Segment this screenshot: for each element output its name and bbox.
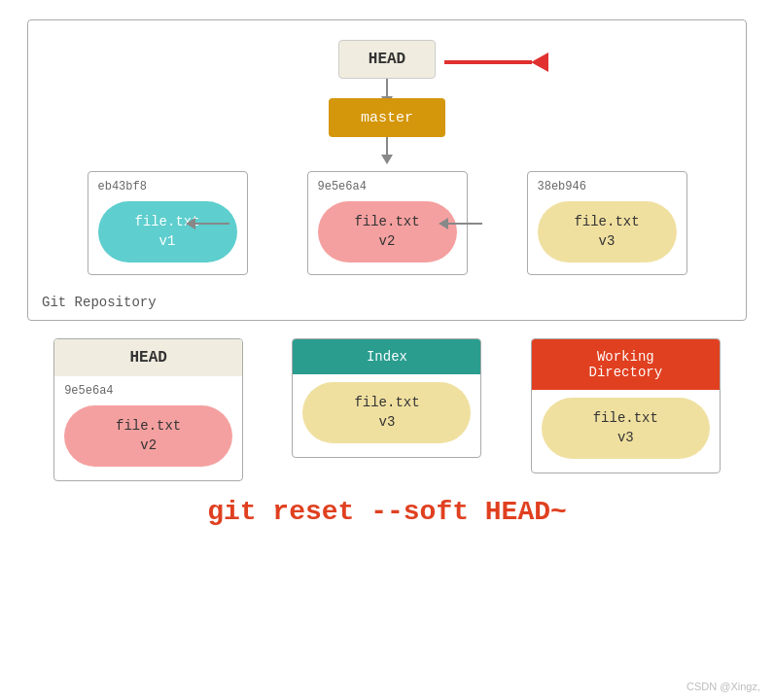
commit-hash-1: eb43bf8: [98, 180, 237, 193]
git-repo-section: HEAD master eb43bf8 file.txtv1: [27, 19, 747, 321]
commit-box-3: 38eb946 file.txtv3: [527, 171, 687, 275]
head-area-body: 9e5e6a4 file.txtv2: [54, 376, 242, 480]
file-blob-1: file.txtv1: [98, 201, 237, 262]
h-line-1-2: [195, 223, 229, 225]
red-arrow: [444, 52, 548, 72]
index-area-header: Index: [293, 339, 480, 374]
working-dir-area-blob: file.txtv3: [542, 398, 710, 459]
master-box: master: [329, 98, 445, 137]
head-area-header: HEAD: [54, 339, 242, 376]
head-box-top: HEAD: [338, 40, 436, 79]
red-arrow-line: [444, 60, 532, 64]
index-area-box: Index file.txtv3: [292, 338, 481, 458]
working-dir-area-box: WorkingDirectory file.txtv3: [531, 338, 721, 473]
commits-row: eb43bf8 file.txtv1 9e5e6a4 file.txtv2 38…: [28, 171, 746, 275]
master-label: master: [361, 110, 413, 126]
red-arrow-head: [531, 52, 548, 72]
working-dir-area-header: WorkingDirectory: [532, 339, 720, 390]
head-area-title: HEAD: [129, 349, 166, 367]
index-area-body: file.txtv3: [293, 374, 480, 457]
index-area-blob: file.txtv3: [302, 382, 471, 443]
working-dir-area-body: file.txtv3: [532, 390, 720, 472]
h-arrow-1-2: [186, 218, 229, 229]
h-line-2-3: [448, 223, 482, 225]
arrowhead-left-1: [186, 218, 195, 229]
working-dir-area-title: WorkingDirectory: [589, 349, 663, 380]
v-arrow-master-commit: [381, 137, 393, 164]
command-text: git reset --soft HEAD~: [19, 497, 755, 527]
commit-hash-2: 9e5e6a4: [318, 180, 457, 193]
head-area-blob: file.txtv2: [64, 405, 232, 467]
arrow-line-2: [386, 137, 388, 155]
head-area-box: HEAD 9e5e6a4 file.txtv2: [53, 338, 243, 481]
main-container: HEAD master eb43bf8 file.txtv1: [0, 0, 774, 700]
command-label: git reset --soft HEAD~: [207, 497, 567, 527]
head-area-hash: 9e5e6a4: [64, 384, 232, 398]
index-area-title: Index: [367, 349, 407, 365]
h-arrow-2-3: [439, 218, 482, 229]
head-label-top: HEAD: [369, 51, 405, 68]
watermark: CSDN @Xingz,: [686, 681, 760, 692]
git-repo-label: Git Repository: [42, 295, 157, 310]
file-blob-2: file.txtv2: [318, 201, 457, 262]
commit-hash-3: 38eb946: [538, 180, 677, 193]
arrowhead-2: [381, 155, 393, 164]
file-blob-3: file.txtv3: [538, 201, 677, 262]
bottom-section: HEAD 9e5e6a4 file.txtv2 Index file.txtv3…: [19, 338, 755, 481]
watermark-text: CSDN @Xingz,: [686, 681, 760, 692]
arrowhead-left-2: [439, 218, 448, 229]
arrow-line-1: [386, 79, 388, 96]
